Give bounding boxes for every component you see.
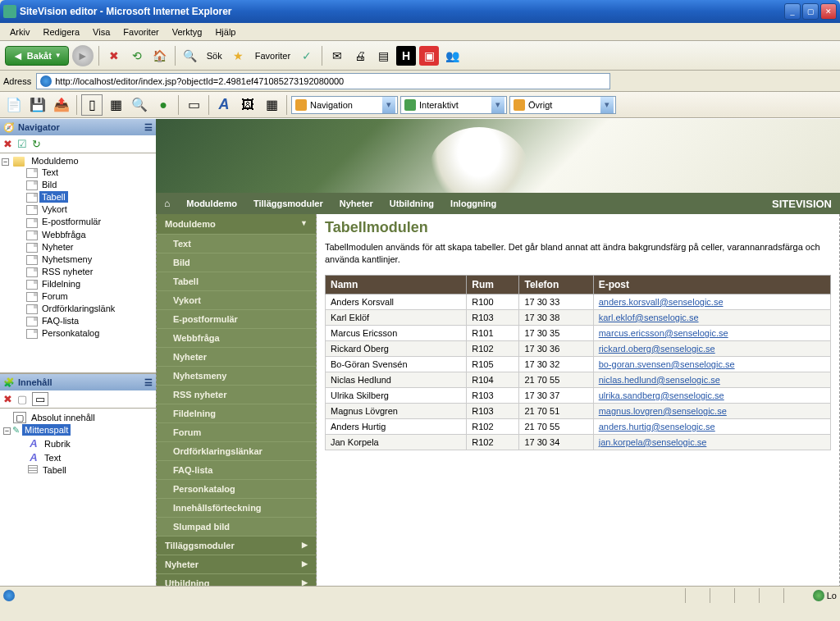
email-link[interactable]: ulrika.sandberg@senselogic.se xyxy=(599,390,724,400)
menu-redigera[interactable]: Redigera xyxy=(36,25,86,39)
sidemenu-item[interactable]: Nyhetsmeny xyxy=(157,366,316,385)
tree-label[interactable]: Fildelning xyxy=(39,278,83,290)
image-icon[interactable]: 🖼 xyxy=(237,94,258,116)
sidemenu-item[interactable]: Personkatalog xyxy=(157,479,316,498)
favorites-label[interactable]: Favoriter xyxy=(252,51,294,61)
email-link[interactable]: magnus.lovgren@senselogic.se xyxy=(599,406,727,416)
address-input[interactable]: http://localhost/editor/index.jsp?object… xyxy=(36,73,610,89)
tree-label[interactable]: Tabell xyxy=(39,191,68,203)
menu-verktyg[interactable]: Verktyg xyxy=(166,25,209,39)
tree-item[interactable]: E-postformulär xyxy=(16,216,154,228)
tree-label[interactable]: Nyheter xyxy=(39,241,76,253)
tree-label[interactable]: FAQ-lista xyxy=(39,315,81,326)
globe-icon[interactable]: ● xyxy=(153,94,174,116)
panel-menu-icon[interactable]: ☰ xyxy=(144,122,153,133)
sidemenu-item[interactable]: Vykort xyxy=(157,290,316,309)
home-icon[interactable]: ⌂ xyxy=(164,198,170,209)
layout-icon[interactable]: ▯ xyxy=(81,94,103,116)
tree-item[interactable]: Text xyxy=(16,167,154,179)
email-link[interactable]: marcus.ericsson@senselogic.se xyxy=(599,328,728,338)
tree-item[interactable]: RSS nyheter xyxy=(16,266,154,278)
tree-label[interactable]: Vykort xyxy=(39,203,70,215)
tree-item[interactable]: FAQ-lista xyxy=(16,315,154,327)
font-icon[interactable]: A xyxy=(213,94,235,116)
tree-label[interactable]: Bild xyxy=(39,179,59,190)
menu-arkiv[interactable]: Arkiv xyxy=(3,25,36,39)
interaktivt-dropdown[interactable]: Interaktivt xyxy=(400,96,507,114)
select-icon[interactable]: ▭ xyxy=(183,94,204,116)
search-label[interactable]: Sök xyxy=(203,51,226,61)
content-tree-item[interactable]: A Text xyxy=(18,450,153,464)
save-icon[interactable]: 💾 xyxy=(27,94,48,116)
nav-utbildning[interactable]: Utbildning xyxy=(390,199,434,208)
menu-visa[interactable]: Visa xyxy=(86,25,116,39)
tree-item[interactable]: Personkatalog xyxy=(16,327,154,340)
tree-item[interactable]: Nyhetsmeny xyxy=(16,253,154,266)
delete-icon[interactable]: ✖ xyxy=(3,138,12,150)
mail-icon[interactable]: ✉ xyxy=(327,46,347,66)
tree-label[interactable]: RSS nyheter xyxy=(39,266,95,277)
tree-item[interactable]: Vykort xyxy=(16,203,154,216)
sidemenu-section[interactable]: Utbildning▶ xyxy=(157,573,316,586)
sidemenu-item[interactable]: Innehållsförteckning xyxy=(157,498,316,517)
tree-label[interactable]: Text xyxy=(39,167,61,178)
tree-label[interactable]: Nyhetsmeny xyxy=(39,253,94,265)
sidemenu-item[interactable]: Nyheter xyxy=(157,347,316,366)
tree-item[interactable]: Fildelning xyxy=(16,278,154,290)
tree-item[interactable]: Bild xyxy=(16,179,154,191)
menu-favoriter[interactable]: Favoriter xyxy=(116,25,165,39)
tree-label[interactable]: Ordförklaringslänk xyxy=(39,303,117,314)
sidemenu-item[interactable]: Ordförklaringslänkar xyxy=(157,441,316,460)
sidemenu-item[interactable]: Bild xyxy=(157,253,316,272)
edit-icon[interactable]: ▤ xyxy=(373,46,393,66)
sidemenu-item[interactable]: Tabell xyxy=(157,272,316,290)
sidemenu-item[interactable]: Text xyxy=(157,234,316,253)
sidemenu-section[interactable]: Tilläggsmoduler▶ xyxy=(157,536,316,555)
nav-moduldemo[interactable]: Moduldemo xyxy=(186,199,237,208)
sidemenu-item[interactable]: E-postformulär xyxy=(157,309,316,328)
close-button[interactable]: ✕ xyxy=(820,3,837,20)
icon-h[interactable]: H xyxy=(396,46,416,66)
tree-item[interactable]: Tabell xyxy=(16,191,154,203)
sidemenu-item[interactable]: RSS nyheter xyxy=(157,385,316,404)
delete-icon[interactable]: ✖ xyxy=(3,393,12,405)
search-icon[interactable]: 🔍 xyxy=(180,46,200,66)
tree-label[interactable]: Personkatalog xyxy=(39,327,102,339)
email-link[interactable]: rickard.oberg@senselogic.se xyxy=(599,344,715,354)
minimize-button[interactable]: _ xyxy=(784,3,801,20)
collapse-icon[interactable]: − xyxy=(3,427,11,435)
sidemenu-header[interactable]: Moduldemo▼ xyxy=(157,214,316,234)
grid-icon[interactable]: ▦ xyxy=(105,94,126,116)
messenger-icon[interactable]: 👥 xyxy=(442,46,462,66)
refresh-tree-icon[interactable]: ↻ xyxy=(32,138,41,150)
email-link[interactable]: anders.korsvall@senselogic.se xyxy=(599,297,724,307)
sidemenu-item[interactable]: Webbfråga xyxy=(157,328,316,347)
content-tree-item[interactable]: ▢ Absolut innehåll xyxy=(3,412,153,424)
navigation-dropdown[interactable]: Navigation xyxy=(291,96,398,114)
history-icon[interactable]: ✓ xyxy=(297,46,317,66)
new-page-icon[interactable]: 📄 xyxy=(3,94,25,116)
forward-button[interactable]: ► xyxy=(72,45,94,66)
email-link[interactable]: anders.hurtig@senselogic.se xyxy=(599,422,715,432)
nav-inloggning[interactable]: Inloggning xyxy=(450,199,496,208)
back-button[interactable]: ◄Bakåt▼ xyxy=(5,46,69,66)
innehall-tree[interactable]: ▢ Absolut innehåll−✎ MittenspaltA Rubrik… xyxy=(0,409,156,586)
nav-nyheter[interactable]: Nyheter xyxy=(340,199,373,208)
table-icon[interactable]: ▦ xyxy=(261,94,282,116)
ovrigt-dropdown[interactable]: Övrigt xyxy=(509,96,616,114)
email-link[interactable]: jan.korpela@senselogic.se xyxy=(599,437,707,447)
sidemenu-item[interactable]: Fildelning xyxy=(157,404,316,422)
email-link[interactable]: niclas.hedlund@senselogic.se xyxy=(599,375,720,385)
content-tree-item[interactable]: A Rubrik xyxy=(18,436,153,450)
email-link[interactable]: bo-goran.svensen@senselogic.se xyxy=(599,359,735,369)
navigator-panel-header[interactable]: 🧭 Navigator ☰ xyxy=(0,119,156,135)
innehall-panel-header[interactable]: 🧩 Innehåll ☰ xyxy=(0,374,156,390)
tree-label[interactable]: Webbfråga xyxy=(39,229,89,240)
tree-root[interactable]: − Moduldemo TextBildTabellVykortE-postfo… xyxy=(2,155,154,340)
sidemenu-section[interactable]: Nyheter▶ xyxy=(157,555,316,573)
tree-item[interactable]: Ordförklaringslänk xyxy=(16,303,154,315)
favorites-icon[interactable]: ★ xyxy=(229,46,249,66)
tree-label[interactable]: E-postformulär xyxy=(39,216,103,227)
print-icon[interactable]: 🖨 xyxy=(350,46,370,66)
collapse-icon[interactable]: − xyxy=(2,158,9,166)
